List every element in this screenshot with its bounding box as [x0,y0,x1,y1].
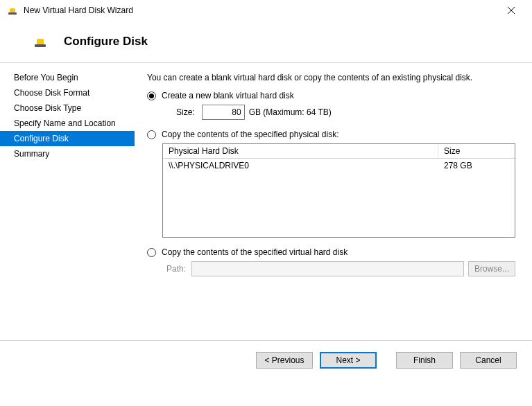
option-copy-virtual-label: Copy the contents of the specified virtu… [162,247,347,257]
size-row: Size: GB (Maximum: 64 TB) [176,105,515,120]
sidebar-item-summary[interactable]: Summary [0,146,135,161]
wizard-header: Configure Disk [0,21,532,62]
option-copy-physical-label: Copy the contents of the specified physi… [162,130,338,139]
page-title: Configure Disk [64,35,148,48]
close-icon [507,6,515,15]
table-header: Physical Hard Disk Size [163,144,515,159]
option-copy-physical[interactable]: Copy the contents of the specified physi… [147,130,515,139]
cell-disk-name: \\.\PHYSICALDRIVE0 [163,159,438,173]
titlebar: New Virtual Hard Disk Wizard [0,0,532,21]
wizard-content: You can create a blank virtual hard disk… [135,63,532,340]
path-row: Path: Browse... [166,261,515,276]
cell-disk-size: 278 GB [438,159,515,173]
path-label: Path: [166,264,186,274]
hard-disk-icon [33,35,47,48]
option-create-blank[interactable]: Create a new blank virtual hard disk [147,91,515,100]
option-create-blank-label: Create a new blank virtual hard disk [162,91,294,100]
sidebar-item-choose-disk-type[interactable]: Choose Disk Type [0,100,135,116]
window-title: New Virtual Hard Disk Wizard [24,6,497,15]
size-label: Size: [176,107,195,117]
physical-disk-table[interactable]: Physical Hard Disk Size \\.\PHYSICALDRIV… [162,143,515,238]
radio-copy-physical[interactable] [147,130,156,139]
sidebar-item-specify-name-location[interactable]: Specify Name and Location [0,116,135,131]
sidebar-item-choose-disk-format[interactable]: Choose Disk Format [0,85,135,100]
next-button[interactable]: Next > [320,352,377,369]
sidebar-item-before-you-begin[interactable]: Before You Begin [0,70,135,85]
browse-button: Browse... [468,261,515,276]
previous-button[interactable]: < Previous [256,352,313,369]
path-input [191,261,464,276]
wizard-footer: < Previous Next > Finish Cancel [0,340,532,379]
size-input[interactable] [202,105,245,120]
size-unit: GB (Maximum: 64 TB) [249,107,332,117]
radio-create-blank[interactable] [147,91,156,100]
intro-text: You can create a blank virtual hard disk… [147,73,515,82]
wizard-sidebar: Before You Begin Choose Disk Format Choo… [0,63,135,340]
close-button[interactable] [497,0,525,21]
column-header-disk[interactable]: Physical Hard Disk [163,144,438,158]
column-header-size[interactable]: Size [438,144,515,158]
hard-disk-icon [7,5,18,16]
cancel-button[interactable]: Cancel [460,352,517,369]
sidebar-item-configure-disk[interactable]: Configure Disk [0,131,135,146]
wizard-body: Before You Begin Choose Disk Format Choo… [0,63,532,340]
table-row[interactable]: \\.\PHYSICALDRIVE0 278 GB [163,159,515,173]
finish-button[interactable]: Finish [396,352,453,369]
radio-copy-virtual[interactable] [147,248,156,257]
option-copy-virtual[interactable]: Copy the contents of the specified virtu… [147,247,515,257]
